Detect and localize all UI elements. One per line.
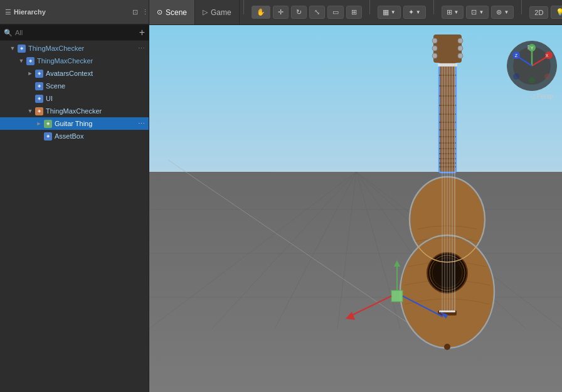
- tool-scale[interactable]: ⤡: [309, 6, 325, 19]
- scale-icon: ⤡: [314, 8, 320, 16]
- svg-text:Z: Z: [515, 53, 518, 58]
- tree-arrow: [26, 70, 34, 77]
- global-arrow: ▼: [504, 9, 509, 15]
- svg-marker-64: [346, 312, 355, 320]
- scene-canvas[interactable]: X Y Z ◁ Persp: [149, 25, 562, 392]
- svg-rect-82: [528, 48, 529, 50]
- 2d-label: 2D: [534, 9, 543, 16]
- tree-label: ThingMaxChecker: [28, 45, 138, 52]
- game-tab-icon: ▷: [203, 8, 208, 16]
- svg-rect-59: [391, 290, 403, 302]
- tool-transform[interactable]: ⊞: [346, 6, 362, 19]
- prefab-icon: ◈: [16, 43, 26, 53]
- svg-point-77: [544, 73, 551, 80]
- hierarchy-search-input[interactable]: [15, 29, 137, 36]
- tree-label: Scene: [46, 82, 149, 90]
- tree-item-thingmaxchecker-root[interactable]: ◈ ThingMaxChecker ⋯: [0, 42, 149, 55]
- tool-hand[interactable]: ✋: [252, 6, 270, 19]
- tool-rotate[interactable]: ↻: [291, 6, 307, 19]
- fx-icon: ✦: [408, 8, 414, 16]
- scene-controls: ▦ ▼ ✦ ▼: [376, 0, 427, 24]
- tree-item-thingmaxchecker-child[interactable]: ◈ ThingMaxChecker: [0, 55, 149, 67]
- tree-item-avatarscontext[interactable]: ◈ AvatarsContext: [0, 67, 149, 80]
- light-icon: 💡: [556, 8, 562, 16]
- search-icon: 🔍: [4, 29, 13, 37]
- transform-gizmo: [336, 260, 462, 336]
- persp-label: ◁ Persp: [530, 93, 553, 100]
- transform-tools: ✋ ✛ ↻ ⤡ ▭ ⊞: [250, 0, 363, 24]
- svg-line-65: [403, 296, 443, 317]
- scene-tab-label: Scene: [166, 8, 187, 17]
- svg-point-78: [529, 77, 535, 83]
- gameobject-icon: ◈: [34, 68, 44, 78]
- tree-item-thingmaxchecker-inner[interactable]: ◈ ThingMaxChecker: [0, 105, 149, 117]
- svg-rect-14: [433, 34, 462, 63]
- hierarchy-panel: 🔍 + ◈ ThingMaxChecker ⋯ ◈: [0, 25, 149, 392]
- svg-rect-21: [438, 63, 457, 66]
- svg-point-15: [432, 38, 437, 43]
- gameobject-icon: ◈: [43, 131, 53, 141]
- gameobject-orange-icon: ◈: [34, 106, 44, 116]
- svg-point-17: [432, 53, 437, 58]
- tree-item-ui[interactable]: ◈ UI: [0, 92, 149, 105]
- svg-line-1: [149, 172, 356, 329]
- hierarchy-menu-icon[interactable]: ⋮: [142, 8, 149, 16]
- tab-scene[interactable]: ⊙ Scene: [149, 0, 195, 24]
- prefab-small-icon: ◈: [43, 119, 53, 129]
- orientation-gizmo[interactable]: X Y Z: [507, 41, 557, 91]
- add-btn[interactable]: +: [139, 27, 145, 38]
- svg-point-19: [458, 46, 463, 51]
- 2d-btn[interactable]: 2D: [529, 6, 548, 19]
- tree-label: AvatarsContext: [46, 70, 149, 77]
- main-layout: 🔍 + ◈ ThingMaxChecker ⋯ ◈: [0, 25, 562, 392]
- tree-label: Guitar Thing: [55, 120, 138, 127]
- transform-icon: ⊞: [351, 8, 357, 16]
- tool-move[interactable]: ✛: [273, 6, 289, 19]
- snap-arrow: ▼: [479, 9, 484, 15]
- gizmo-svg: X Y Z: [510, 44, 554, 88]
- scene-fx-btn[interactable]: ✦ ▼: [403, 6, 426, 19]
- hierarchy-lock-icon[interactable]: ⊡: [132, 8, 138, 16]
- svg-point-16: [432, 46, 437, 51]
- tree-label: UI: [46, 95, 149, 102]
- tree-label: ThingMaxChecker: [46, 107, 149, 115]
- svg-text:Y: Y: [531, 46, 534, 50]
- hierarchy-icon: ☰: [5, 8, 11, 16]
- svg-point-58: [444, 344, 450, 350]
- scene-view-extras: 2D 💡 🔊 ✦ Gizmos ▼: [528, 0, 562, 24]
- global-icon: ⊛: [496, 8, 502, 16]
- tree-more-icon[interactable]: ⋯: [138, 45, 149, 53]
- global-btn[interactable]: ⊛ ▼: [491, 6, 514, 19]
- rect-icon: ▭: [332, 8, 339, 16]
- tree-item-guitar-thing[interactable]: ◈ Guitar Thing ⋯: [0, 117, 149, 130]
- tree-item-assetbox[interactable]: ◈ AssetBox: [0, 130, 149, 142]
- scene-shading-btn[interactable]: ▦ ▼: [378, 6, 401, 19]
- toolbar-sep-4: [521, 0, 522, 14]
- scene-extras: ⊞ ▼ ⊡ ▼ ⊛ ▼: [440, 0, 516, 24]
- tree-label: ThingMaxChecker: [37, 57, 149, 65]
- snap-btn[interactable]: ⊡ ▼: [466, 6, 489, 19]
- svg-marker-62: [394, 260, 400, 267]
- svg-point-18: [458, 38, 463, 43]
- game-tab-label: Game: [211, 8, 231, 17]
- hierarchy-header-icons: ⊡ ⋮: [132, 8, 149, 16]
- gameobject-icon: ◈: [34, 93, 44, 103]
- svg-line-63: [349, 296, 391, 317]
- gameobject-icon: ◈: [34, 81, 44, 91]
- hierarchy-tree: ◈ ThingMaxChecker ⋯ ◈ ThingMaxChecker: [0, 41, 149, 392]
- tree-arrow: [18, 58, 25, 64]
- svg-point-20: [458, 53, 463, 58]
- tree-item-scene[interactable]: ◈ Scene: [0, 80, 149, 92]
- tab-game[interactable]: ▷ Game: [195, 0, 240, 24]
- toolbar-sep-2: [369, 0, 370, 14]
- tool-rect[interactable]: ▭: [327, 6, 344, 19]
- shading-icon: ▦: [383, 8, 389, 16]
- grid-btn[interactable]: ⊞ ▼: [442, 6, 464, 19]
- tree-more-icon[interactable]: ⋯: [138, 120, 149, 128]
- tree-arrow: [26, 108, 34, 114]
- grid-icon: ⊞: [447, 8, 452, 16]
- light-btn[interactable]: 💡: [551, 6, 562, 19]
- svg-rect-80: [528, 45, 529, 46]
- snap-icon: ⊡: [471, 8, 477, 16]
- top-toolbar: ☰ Hierarchy ⊡ ⋮ ⊙ Scene ▷ Game ✋ ✛: [0, 0, 562, 25]
